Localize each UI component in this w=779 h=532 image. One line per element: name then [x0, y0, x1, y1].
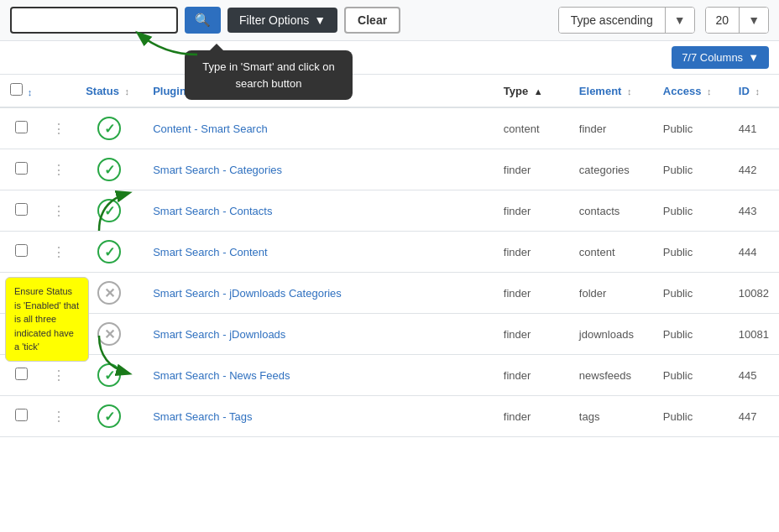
columns-row: 7/7 Columns ▼: [0, 41, 779, 75]
table-row: ⋮✓Smart Search - TagsfindertagsPublic447: [0, 396, 779, 437]
access-cell: Public: [653, 396, 729, 437]
element-cell: contacts: [569, 190, 653, 232]
drag-handle[interactable]: ⋮: [42, 232, 76, 273]
row-checkbox[interactable]: [15, 121, 28, 133]
element-cell: jdownloads: [569, 314, 653, 355]
row-checkbox-cell: [0, 396, 42, 437]
arrow-search-icon: [130, 25, 206, 59]
callout-status: Ensure Status is 'Enabled' that is all t…: [5, 277, 89, 362]
per-page-arrow-button[interactable]: ▼: [740, 8, 768, 33]
status-header[interactable]: Status ↕: [76, 75, 143, 107]
id-header[interactable]: ID ↕: [729, 75, 779, 107]
columns-chevron-icon: ▼: [748, 51, 759, 64]
element-cell: categories: [569, 149, 653, 190]
drag-handle[interactable]: ⋮: [42, 107, 76, 149]
plugin-name-link[interactable]: Smart Search - jDownloads Categories: [153, 287, 342, 300]
filter-options-label: Filter Options: [239, 13, 309, 27]
id-cell: 441: [729, 107, 779, 149]
row-checkbox-cell: [0, 232, 42, 273]
status-enabled-icon[interactable]: ✓: [97, 158, 121, 181]
select-all-checkbox[interactable]: [10, 83, 23, 96]
plugins-table: ↕ Status ↕ Plugin Name ↕ Type ▲ Element: [0, 75, 779, 437]
plugin-name-cell: Smart Search - jDownloads Categories: [143, 273, 494, 314]
status-header-label: Status: [86, 85, 119, 97]
drag-handle-icon: ⋮: [52, 409, 65, 424]
row-checkbox-cell: [0, 190, 42, 232]
row-checkbox[interactable]: [15, 244, 28, 257]
access-cell: Public: [653, 107, 729, 149]
id-cell: 10082: [729, 273, 779, 314]
sort-arrow-button[interactable]: ▼: [666, 8, 694, 33]
table-header-row: ↕ Status ↕ Plugin Name ↕ Type ▲ Element: [0, 75, 779, 107]
row-checkbox-cell: [0, 107, 42, 149]
id-cell: 444: [729, 232, 779, 273]
table-row: ⋮✓Content - Smart SearchcontentfinderPub…: [0, 107, 779, 149]
plugin-name-link[interactable]: Smart Search - jDownloads: [153, 328, 285, 341]
sort-up-icon[interactable]: ↕: [28, 87, 33, 97]
status-cell: ✓: [76, 232, 143, 273]
status-enabled-icon[interactable]: ✓: [97, 404, 121, 428]
plugin-name-link[interactable]: Smart Search - Content: [153, 246, 268, 258]
table-row: ⋮✓Smart Search - ContentfindercontentPub…: [0, 232, 779, 273]
row-checkbox[interactable]: [15, 203, 28, 216]
plugin-name-cell: Smart Search - Contacts: [143, 190, 494, 232]
drag-handle-icon: ⋮: [52, 245, 65, 259]
row-checkbox[interactable]: [15, 162, 28, 175]
per-page-label: 20: [706, 8, 740, 33]
access-cell: Public: [653, 273, 729, 314]
type-cell: finder: [494, 190, 569, 232]
status-enabled-icon[interactable]: ✓: [97, 240, 121, 263]
id-cell: 445: [729, 355, 779, 396]
plugin-name-cell: Smart Search - Tags: [143, 396, 494, 437]
id-header-label: ID: [739, 85, 750, 97]
plugin-name-link[interactable]: Smart Search - Tags: [153, 410, 252, 423]
element-cell: folder: [569, 273, 653, 314]
type-cell: content: [494, 107, 569, 149]
plugin-name-cell: Smart Search - News Feeds: [143, 355, 494, 396]
access-cell: Public: [653, 232, 729, 273]
row-checkbox[interactable]: [15, 409, 28, 421]
type-cell: finder: [494, 273, 569, 314]
status-enabled-icon[interactable]: ✓: [97, 117, 121, 140]
access-header-label: Access: [663, 85, 702, 97]
table-row: ⋮✕Smart Search - jDownloads Categoriesfi…: [0, 273, 779, 314]
id-cell: 443: [729, 190, 779, 232]
plugin-name-link[interactable]: Smart Search - Categories: [153, 164, 282, 176]
drag-handle[interactable]: ⋮: [42, 190, 76, 232]
plugin-name-cell: Smart Search - jDownloads: [143, 314, 494, 355]
element-cell: tags: [569, 396, 653, 437]
access-cell: Public: [653, 314, 729, 355]
clear-button[interactable]: Clear: [344, 7, 400, 34]
drag-handle-icon: ⋮: [52, 122, 65, 136]
row-checkbox-cell: [0, 149, 42, 190]
type-header[interactable]: Type ▲: [494, 75, 569, 107]
type-cell: finder: [494, 396, 569, 437]
element-header[interactable]: Element ↕: [569, 75, 653, 107]
type-header-label: Type: [504, 85, 528, 97]
plugin-name-link[interactable]: Smart Search - Contacts: [153, 205, 272, 217]
drag-handle[interactable]: ⋮: [42, 149, 76, 190]
status-cell: ✓: [76, 107, 143, 149]
drag-sort-header: [42, 75, 76, 107]
id-cell: 442: [729, 149, 779, 190]
sort-control: Type ascending ▼: [558, 7, 695, 34]
element-header-label: Element: [579, 85, 622, 97]
plugin-name-cell: Smart Search - Content: [143, 232, 494, 273]
row-checkbox[interactable]: [15, 368, 28, 380]
status-disabled-icon[interactable]: ✕: [97, 281, 121, 305]
drag-handle-icon: ⋮: [52, 204, 65, 218]
plugin-name-link[interactable]: Content - Smart Search: [153, 123, 268, 135]
access-sort-icon: ↕: [707, 86, 712, 96]
select-all-header[interactable]: ↕: [0, 75, 42, 107]
access-header[interactable]: Access ↕: [653, 75, 729, 107]
arrow-status-1-icon: [91, 185, 141, 235]
element-cell: newsfeeds: [569, 355, 653, 396]
type-sort-icon: ▲: [534, 86, 543, 96]
drag-handle[interactable]: ⋮: [42, 396, 76, 437]
columns-button[interactable]: 7/7 Columns ▼: [672, 46, 769, 69]
sort-label: Type ascending: [559, 8, 666, 33]
filter-options-button[interactable]: Filter Options ▼: [227, 8, 337, 33]
plugin-name-link[interactable]: Smart Search - News Feeds: [153, 369, 290, 382]
access-cell: Public: [653, 190, 729, 232]
columns-label: 7/7 Columns: [682, 51, 743, 64]
